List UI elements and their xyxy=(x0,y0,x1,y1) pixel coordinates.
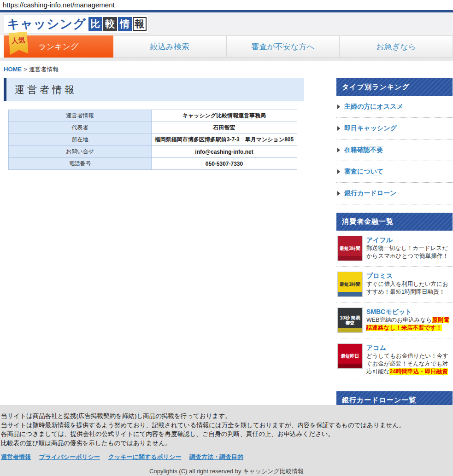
consumer-item-body: プロミス すぐに借入を利用したい方におすすめ！最短1時間即日融資！ xyxy=(366,272,452,297)
row-label: 代表者 xyxy=(9,122,152,134)
arrow-right-icon xyxy=(337,104,340,109)
breadcrumb-separator: > xyxy=(24,66,27,73)
thumb-text: 最短即日 xyxy=(341,354,359,359)
consumer-desc: すぐに借入を利用したい方におすすめ！最短1時間即日融資！ xyxy=(366,281,448,295)
consumer-link-acom[interactable]: アコム xyxy=(366,344,386,351)
logo-box-kaku: 較 xyxy=(103,17,117,31)
row-label: 運営者情報 xyxy=(9,110,152,122)
page-title: 運営者情報 xyxy=(4,78,304,101)
popular-ribbon-badge: 人気 xyxy=(8,32,28,55)
consumer-desc: WEB完結のお申込みなら xyxy=(366,317,432,323)
arrow-right-icon xyxy=(337,126,340,131)
table-row: 代表者 石田智宏 xyxy=(9,122,297,134)
row-value: 050-5307-7330 xyxy=(152,158,297,170)
nav-tab-label: 絞込み検索 xyxy=(150,41,189,52)
breadcrumb-current: 運営者情報 xyxy=(29,66,59,73)
consumer-item-acom: 最短即日 アコム どうしてもお金借りたい！今すぐお金が必要！そんな方でも対応可能… xyxy=(336,338,453,381)
consumer-item-body: SMBCモビット WEB完結のお申込みなら原則電話連絡なし！来店不要です！ xyxy=(366,308,452,333)
ranking-list: 主婦の方にオススメ 即日キャッシング 在籍確認不要 審査について 銀行カードロー… xyxy=(336,96,453,204)
arrow-right-icon xyxy=(337,169,340,174)
disclaimer-line: 当サイトは随時最新情報を提供するよう努めており、記載されている情報には万全を期し… xyxy=(1,421,452,430)
nav-tab-label: お急ぎなら xyxy=(376,41,416,52)
row-value: info@cashing-info.net xyxy=(152,146,297,158)
footer-link-operator[interactable]: 運営者情報 xyxy=(1,453,31,460)
table-row: 電話番号 050-5307-7330 xyxy=(9,158,297,170)
consumer-item-body: アコム どうしてもお金借りたい！今すぐお金が必要！そんな方でも対応可能な24時間… xyxy=(366,343,452,376)
nav-tab-hurry[interactable]: お急ぎなら xyxy=(340,35,453,58)
logo-box-jou: 情 xyxy=(118,17,132,31)
consumer-desc: 郵送物一切なし！カードレスだからスマホひとつで簡単操作！ xyxy=(366,245,448,259)
thumb-strip xyxy=(338,292,362,296)
promise-ad-thumbnail[interactable]: 最短1時間 xyxy=(337,272,363,297)
logo-box-hi: 比 xyxy=(88,17,102,31)
footer-link-privacy[interactable]: プライバシーポリシー xyxy=(39,453,100,460)
sidebar-item-no-check[interactable]: 在籍確認不要 xyxy=(336,139,453,161)
row-value: 福岡県福岡市博多区博多駅前3-7-3 皐月マンション805 xyxy=(152,134,297,146)
footer-links: 運営者情報 プライバシーポリシー クッキーに関するポリシー 調査方法・調査目的 xyxy=(1,453,452,461)
thumb-strip xyxy=(338,364,362,368)
sidebar-item-label[interactable]: 即日キャッシング xyxy=(344,124,397,133)
sidebar-item-sameday[interactable]: 即日キャッシング xyxy=(336,118,453,139)
disclaimer-line: 比較表の並び順は商品の優劣を示したものではありません。 xyxy=(1,439,452,448)
acom-ad-thumbnail[interactable]: 最短即日 xyxy=(337,343,363,369)
thumb-text: 10秒 簡易審査 xyxy=(338,315,362,325)
sidebar-item-housewife[interactable]: 主婦の方にオススメ xyxy=(336,96,453,118)
logo-box-hou: 報 xyxy=(133,17,147,31)
consumer-link-promise[interactable]: プロミス xyxy=(366,272,393,279)
disclaimer-line: 当サイトは商品各社と提携(広告掲載契約を締結)し商品の掲載を行っております。 xyxy=(1,412,452,421)
footer-link-research[interactable]: 調査方法・調査目的 xyxy=(189,453,243,460)
consumer-item-body: アイフル 郵送物一切なし！カードレスだからスマホひとつで簡単操作！ xyxy=(366,236,452,261)
row-value: キャッシング比較情報運営事務局 xyxy=(152,110,297,122)
operator-info-table: 運営者情報 キャッシング比較情報運営事務局 代表者 石田智宏 所在地 福岡県福岡… xyxy=(8,110,297,170)
consumer-desc-highlight: 24時間申込・即日融資 xyxy=(389,368,447,375)
sidebar-item-label[interactable]: 主婦の方にオススメ xyxy=(344,103,403,111)
row-label: 電話番号 xyxy=(9,158,152,170)
sidebar-item-bankloan[interactable]: 銀行カードローン xyxy=(336,183,453,204)
disclaimer-line: 各商品につきましては、提供会社の公式サイトにて内容を再度確認し、ご自身の判断、責… xyxy=(1,430,452,439)
sidebar-item-label[interactable]: 銀行カードローン xyxy=(344,189,396,197)
nav-tab-worried[interactable]: 審査が不安な方へ xyxy=(227,35,340,58)
sidebar-item-label[interactable]: 審査について xyxy=(344,168,383,176)
page-footer: 当サイトは商品各社と提携(広告掲載契約を締結)し商品の掲載を行っております。 当… xyxy=(0,405,453,476)
copyright-text: Copylights (C) all right reserved by キャッ… xyxy=(1,467,452,476)
thumb-text: 最短1時間 xyxy=(340,282,361,287)
consumer-item-mobit: 10秒 簡易審査 SMBCモビット WEB完結のお申込みなら原則電話連絡なし！来… xyxy=(336,302,453,338)
row-value: 石田智宏 xyxy=(152,122,297,134)
site-header: キャッシング 比 較 情 報 xyxy=(0,12,453,35)
sidebar-item-screening[interactable]: 審査について xyxy=(336,161,453,183)
main-nav: 人気 ランキング 絞込み検索 審査が不安な方へ お急ぎなら xyxy=(0,35,453,58)
breadcrumb-home-link[interactable]: HOME xyxy=(4,66,22,73)
aiful-ad-thumbnail[interactable]: 最短1時間 xyxy=(337,236,363,261)
browser-url-bar[interactable]: https://cashing-info.net/management xyxy=(0,0,453,10)
nav-tab-search[interactable]: 絞込み検索 xyxy=(113,35,227,58)
table-row: 所在地 福岡県福岡市博多区博多駅前3-7-3 皐月マンション805 xyxy=(9,134,297,146)
footer-link-cookie[interactable]: クッキーに関するポリシー xyxy=(108,453,182,460)
logo-text: キャッシング xyxy=(6,16,88,32)
breadcrumb: HOME>運営者情報 xyxy=(0,61,453,76)
arrow-right-icon xyxy=(337,148,340,152)
sidebar-consumer-header: 消費者金融一覧 xyxy=(336,213,453,231)
nav-tab-ranking[interactable]: 人気 ランキング xyxy=(4,35,113,58)
sidebar-ranking-header: タイプ別ランキング xyxy=(336,78,453,96)
site-logo[interactable]: キャッシング 比 較 情 報 xyxy=(4,14,148,34)
mobit-ad-thumbnail[interactable]: 10秒 簡易審査 xyxy=(337,308,363,333)
thumb-strip xyxy=(338,328,362,332)
sidebar: タイプ別ランキング 主婦の方にオススメ 即日キャッシング 在籍確認不要 審査につ… xyxy=(336,78,453,409)
thumb-strip xyxy=(338,256,362,261)
table-row: お問い合せ info@cashing-info.net xyxy=(9,146,297,158)
consumer-link-mobit[interactable]: SMBCモビット xyxy=(366,308,412,315)
consumer-item-aiful: 最短1時間 アイフル 郵送物一切なし！カードレスだからスマホひとつで簡単操作！ xyxy=(336,231,453,267)
table-row: 運営者情報 キャッシング比較情報運営事務局 xyxy=(9,110,297,122)
nav-underline xyxy=(0,58,453,61)
nav-tab-label: ランキング xyxy=(39,41,79,52)
consumer-item-promise: 最短1時間 プロミス すぐに借入を利用したい方におすすめ！最短1時間即日融資！ xyxy=(336,267,453,302)
row-label: 所在地 xyxy=(9,134,152,146)
sidebar-item-label[interactable]: 在籍確認不要 xyxy=(344,146,383,154)
nav-tab-label: 審査が不安な方へ xyxy=(251,41,314,52)
thumb-text: 最短1時間 xyxy=(340,246,361,251)
main-content: 運営者情報 運営者情報 キャッシング比較情報運営事務局 代表者 石田智宏 所在地… xyxy=(4,78,304,409)
row-label: お問い合せ xyxy=(9,146,152,158)
consumer-link-aiful[interactable]: アイフル xyxy=(366,236,393,244)
arrow-right-icon xyxy=(337,191,340,196)
